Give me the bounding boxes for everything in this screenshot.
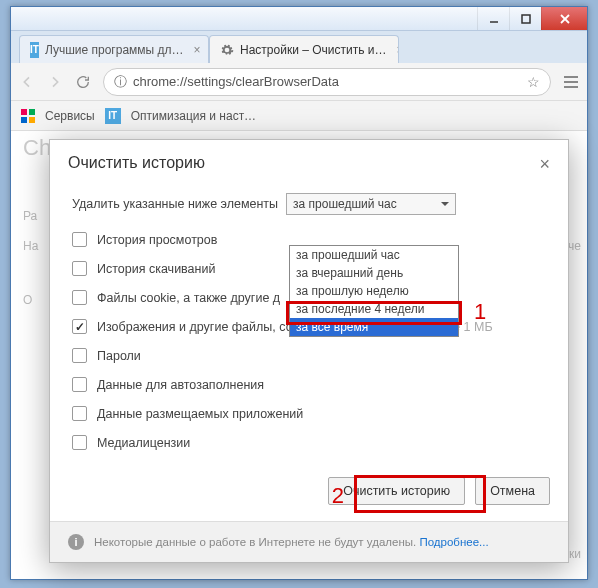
checkbox-checked[interactable] (72, 319, 87, 334)
check-row[interactable]: Пароли (72, 341, 546, 370)
check-row[interactable]: Данные для автозаполнения (72, 370, 546, 399)
favicon-it-icon: IT (105, 108, 121, 124)
checkbox[interactable] (72, 377, 87, 392)
window-close-button[interactable] (541, 7, 587, 30)
check-row[interactable]: Данные размещаемых приложений (72, 399, 546, 428)
check-label: История просмотров (97, 233, 217, 247)
url-text: chrome://settings/clearBrowserData (133, 74, 339, 89)
clear-history-button[interactable]: Очистить историю (328, 477, 465, 505)
dialog-title: Очистить историю (68, 154, 205, 175)
check-label: Данные размещаемых приложений (97, 407, 303, 421)
check-label: История скачиваний (97, 262, 215, 276)
site-info-icon[interactable]: ⓘ (114, 73, 127, 91)
checkbox[interactable] (72, 435, 87, 450)
annotation-1: 1 (474, 299, 486, 325)
info-text: Некоторые данные о работе в Интернете не… (94, 536, 416, 548)
check-label: Пароли (97, 349, 141, 363)
nav-toolbar: ⓘ chrome://settings/clearBrowserData ☆ (11, 63, 587, 101)
check-label: Файлы cookie, а также другие д (97, 291, 280, 305)
dialog-close-icon[interactable]: × (539, 154, 550, 175)
browser-window: IT Лучшие программы дл… × Настройки – Оч… (10, 6, 588, 580)
forward-icon[interactable] (47, 74, 63, 90)
bookmarks-bar: Сервисы IT Оптимизация и наст… (11, 101, 587, 131)
favicon-it-icon: IT (30, 42, 39, 58)
clear-history-dialog: Очистить историю × Удалить указанные ниж… (49, 139, 569, 563)
minimize-button[interactable] (477, 7, 509, 30)
apps-icon[interactable] (21, 109, 35, 123)
window-titlebar (11, 7, 587, 31)
info-icon: i (68, 534, 84, 550)
check-label: Медиалицензии (97, 436, 190, 450)
svg-rect-1 (522, 15, 530, 23)
checkbox[interactable] (72, 232, 87, 247)
tab-0[interactable]: IT Лучшие программы дл… × (19, 35, 209, 63)
menu-icon[interactable] (563, 74, 579, 90)
prompt-text: Удалить указанные ниже элементы (72, 197, 278, 211)
dropdown-option[interactable]: за вчерашний день (290, 264, 458, 282)
checkbox[interactable] (72, 348, 87, 363)
checkbox[interactable] (72, 290, 87, 305)
time-range-select[interactable]: за прошедший час (286, 193, 456, 215)
dropdown-option-selected[interactable]: за все время (290, 318, 458, 336)
address-bar[interactable]: ⓘ chrome://settings/clearBrowserData ☆ (103, 68, 551, 96)
check-row[interactable]: Медиалицензии (72, 428, 546, 457)
checkbox[interactable] (72, 261, 87, 276)
dialog-info-bar: i Некоторые данные о работе в Интернете … (50, 521, 568, 562)
tab-1[interactable]: Настройки – Очистить и… × (209, 35, 399, 63)
check-label: Данные для автозаполнения (97, 378, 264, 392)
time-range-dropdown: за прошедший час за вчерашний день за пр… (289, 245, 459, 337)
tab-strip: IT Лучшие программы дл… × Настройки – Оч… (11, 31, 587, 63)
cancel-button[interactable]: Отмена (475, 477, 550, 505)
maximize-button[interactable] (509, 7, 541, 30)
bookmarks-apps-label[interactable]: Сервисы (45, 109, 95, 123)
dropdown-option[interactable]: за последние 4 недели (290, 300, 458, 318)
learn-more-link[interactable]: Подробнее... (419, 536, 488, 548)
annotation-2: 2 (332, 483, 344, 509)
checkbox[interactable] (72, 406, 87, 421)
tab-close-icon[interactable]: × (396, 43, 399, 57)
reload-icon[interactable] (75, 74, 91, 90)
tab-label: Настройки – Очистить и… (240, 43, 386, 57)
tab-label: Лучшие программы дл… (45, 43, 184, 57)
tab-close-icon[interactable]: × (194, 43, 201, 57)
back-icon[interactable] (19, 74, 35, 90)
page-content: Ch Ра На и отче О тройки Очистить истори… (11, 131, 587, 579)
bg-text: На (23, 239, 38, 253)
dropdown-option[interactable]: за прошлую неделю (290, 282, 458, 300)
bg-text: Ра (23, 209, 37, 223)
dropdown-option[interactable]: за прошедший час (290, 246, 458, 264)
gear-icon (220, 42, 234, 58)
bg-heading: Ch (23, 135, 51, 161)
select-value: за прошедший час (293, 197, 397, 211)
bg-text: О (23, 293, 32, 307)
dialog-footer: 2 Очистить историю Отмена (50, 469, 568, 521)
bookmark-star-icon[interactable]: ☆ (527, 74, 540, 90)
bookmark-item[interactable]: Оптимизация и наст… (131, 109, 256, 123)
